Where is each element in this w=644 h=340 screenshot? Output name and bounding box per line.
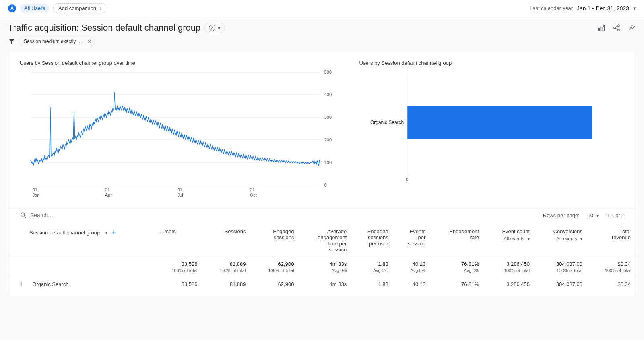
close-icon[interactable]: ✕	[87, 39, 91, 44]
column-header[interactable]: Engagedsessionsper user	[351, 223, 393, 255]
table-body: 33,526100% of total81,889100% of total62…	[8, 255, 636, 292]
filter-chip[interactable]: Session medium exactly m... ✕	[19, 37, 95, 46]
page-range: 1-1 of 1	[607, 212, 624, 218]
svg-text:500: 500	[324, 70, 332, 75]
share-icon[interactable]	[613, 24, 621, 32]
column-header[interactable]: Engagedsessions	[250, 223, 299, 255]
audience-badge: A	[8, 4, 16, 12]
column-header[interactable]: ConversionsAll events▾	[535, 223, 587, 255]
svg-rect-0	[599, 29, 600, 31]
search-icon	[20, 211, 27, 219]
svg-rect-1	[601, 27, 602, 31]
topbar: A All Users Add comparison + Last calend…	[0, 0, 644, 17]
table-pager: Rows per page: 10 ▾ 1-1 of 1	[543, 212, 624, 218]
svg-point-4	[614, 27, 615, 29]
add-comparison-label: Add comparison	[58, 5, 96, 11]
date-range: Jan 1 - Dec 31, 2023	[577, 5, 629, 12]
page-title: Traffic acquisition: Session default cha…	[8, 23, 200, 33]
bar-chart-panel: Users by Session default channel group O…	[359, 60, 624, 203]
svg-text:Jul: Jul	[178, 193, 183, 197]
svg-point-5	[618, 29, 619, 31]
svg-text:Jan: Jan	[33, 193, 40, 197]
column-header[interactable]: Event countAll events▾	[484, 223, 535, 255]
charts-row: Users by Session default channel group o…	[8, 52, 636, 207]
svg-text:Apr: Apr	[105, 193, 112, 197]
search-input[interactable]	[30, 212, 111, 218]
rows-per-page-label: Rows per page:	[543, 212, 580, 218]
svg-text:01: 01	[33, 187, 37, 192]
column-header[interactable]: Sessions	[202, 223, 251, 255]
table-controls: Rows per page: 10 ▾ 1-1 of 1	[8, 207, 636, 223]
topbar-left: A All Users Add comparison +	[8, 3, 107, 13]
svg-text:01: 01	[178, 187, 182, 192]
filter-icon[interactable]	[8, 38, 15, 45]
line-chart-panel: Users by Session default channel group o…	[20, 60, 347, 203]
dimension-header[interactable]: Session default channel group ▾ +	[13, 228, 149, 237]
table-header-row: Session default channel group ▾ + ↓Users…	[8, 223, 636, 255]
filter-row: Session medium exactly m... ✕	[0, 35, 644, 52]
date-picker[interactable]: Last calendar year Jan 1 - Dec 31, 2023 …	[530, 5, 636, 12]
svg-point-32	[21, 213, 25, 216]
svg-text:400: 400	[324, 92, 332, 97]
column-header[interactable]: Averageengagementtime persession	[299, 223, 351, 255]
svg-line-33	[24, 216, 26, 218]
svg-text:0: 0	[406, 177, 409, 182]
svg-text:100: 100	[324, 160, 332, 165]
svg-point-3	[618, 25, 619, 26]
insights-icon[interactable]	[628, 24, 636, 32]
svg-rect-29	[408, 106, 593, 139]
check-circle-icon: ✓	[209, 25, 215, 31]
bar-chart-title: Users by Session default channel group	[359, 60, 624, 66]
title-dropdown[interactable]: ✓ ▾	[204, 23, 225, 33]
add-comparison-button[interactable]: Add comparison +	[53, 3, 107, 13]
chevron-down-icon: ▾	[105, 230, 107, 235]
date-label: Last calendar year	[530, 5, 573, 11]
rows-per-page-select[interactable]: 10 ▾	[588, 212, 599, 218]
column-header[interactable]: Eventspersession	[393, 223, 431, 255]
add-dimension-button[interactable]: +	[111, 228, 116, 237]
svg-line-7	[615, 28, 618, 30]
summary-row: 33,526100% of total81,889100% of total62…	[8, 255, 636, 276]
plus-icon: +	[99, 5, 102, 11]
customize-report-icon[interactable]	[597, 24, 605, 32]
svg-text:Oct: Oct	[250, 193, 257, 197]
line-chart-title: Users by Session default channel group o…	[20, 60, 347, 66]
chevron-down-icon: ▾	[218, 25, 221, 31]
report-card: Users by Session default channel group o…	[8, 52, 636, 296]
rows-per-page-value: 10	[588, 212, 593, 218]
svg-text:01: 01	[250, 187, 255, 192]
data-table: Session default channel group ▾ + ↓Users…	[8, 223, 636, 292]
svg-text:Organic Search: Organic Search	[370, 120, 404, 125]
svg-text:200: 200	[324, 137, 332, 142]
column-header[interactable]: ↓Users	[154, 223, 202, 255]
all-users-pill[interactable]: All Users	[20, 4, 49, 12]
svg-text:01: 01	[105, 187, 110, 192]
table-row[interactable]: 1Organic Search33,52681,88962,9004m 33s1…	[8, 276, 636, 292]
table-search[interactable]	[20, 211, 111, 219]
column-header[interactable]: Totalrevenue	[587, 223, 636, 255]
svg-text:0: 0	[324, 182, 327, 187]
svg-line-6	[615, 26, 618, 27]
filter-chip-text: Session medium exactly m...	[24, 39, 83, 44]
title-left: Traffic acquisition: Session default cha…	[8, 23, 225, 33]
svg-text:300: 300	[324, 115, 332, 120]
chevron-down-icon: ▾	[597, 214, 599, 218]
chevron-down-icon: ▾	[633, 5, 636, 11]
line-chart: 010020030040050001Jan01Apr01Jul01Oct	[20, 70, 347, 203]
title-row: Traffic acquisition: Session default cha…	[0, 17, 644, 35]
bar-chart: Organic Search0	[359, 70, 624, 187]
column-header[interactable]: Engagementrate	[430, 223, 484, 255]
title-actions	[597, 24, 636, 32]
